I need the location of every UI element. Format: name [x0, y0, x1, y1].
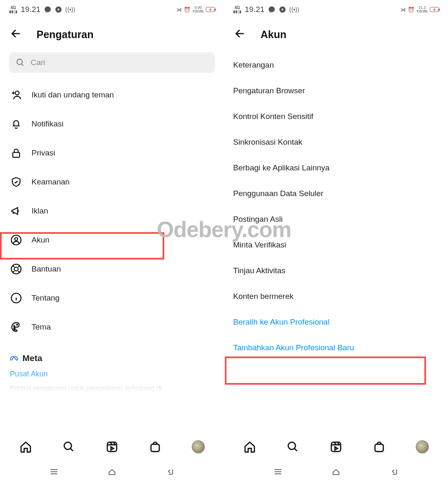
menu-item-notifications[interactable]: Notifikasi — [0, 109, 224, 138]
menu-item-review-activity[interactable]: Tinjau Aktivitas — [224, 258, 448, 284]
nav-shop[interactable] — [148, 440, 162, 454]
megaphone-icon — [10, 205, 22, 217]
menu-label: Akun — [32, 235, 49, 245]
nav-reels[interactable] — [105, 440, 119, 454]
menu-item-switch-professional[interactable]: Beralih ke Akun Profesional — [224, 309, 448, 335]
menu-label: Pengaturan Browser — [233, 86, 305, 95]
menu-item-original-posts[interactable]: Postingan Asli — [224, 206, 448, 232]
menu-item-request-verification[interactable]: Minta Verifikasi — [224, 232, 448, 258]
svg-point-16 — [288, 442, 296, 450]
messenger-icon — [44, 6, 51, 13]
menu-label: Tema — [32, 323, 51, 332]
network-indicator: 4G — [234, 6, 240, 10]
sys-home[interactable] — [106, 467, 118, 478]
back-button[interactable] — [234, 27, 246, 41]
menu-item-invite-friends[interactable]: Ikuti dan undang teman — [0, 80, 224, 109]
meta-logo: Meta — [10, 353, 214, 363]
search-icon — [63, 441, 75, 453]
menu-item-add-professional[interactable]: Tambahkan Akun Profesional Baru — [224, 335, 448, 361]
menu-label: Berbagi ke Aplikasi Lainnya — [233, 163, 329, 172]
svg-point-12 — [64, 442, 72, 450]
menu-label: Keamanan — [32, 177, 70, 187]
nav-search[interactable] — [62, 440, 76, 454]
search-input[interactable]: Cari — [9, 52, 215, 73]
menu-item-branded-content[interactable]: Konten bermerek — [224, 284, 448, 309]
menu-item-ads[interactable]: Iklan — [0, 196, 224, 226]
menu-item-account[interactable]: Akun — [0, 226, 224, 255]
alarm-icon: ⏰ — [184, 7, 190, 13]
menu-lines-icon — [48, 467, 60, 477]
bell-icon — [10, 118, 22, 130]
sys-recent[interactable] — [272, 467, 284, 478]
data-unit: KB/dtk — [416, 10, 428, 13]
menu-label: Tinjau Aktivitas — [233, 266, 285, 275]
nav-profile[interactable] — [191, 440, 205, 454]
clock: 19.21 — [245, 5, 265, 14]
svg-point-2 — [15, 91, 19, 95]
svg-point-6 — [11, 264, 21, 274]
status-bar: 4G ▮▮▯▮ 19.21 ((•)) ⋊ ⏰ 21.2 KB/dtk 9 — [224, 0, 448, 19]
messenger-icon — [268, 6, 275, 13]
header: Pengaturan — [0, 19, 224, 52]
menu-label: Postingan Asli — [233, 215, 282, 224]
menu-item-keterangan[interactable]: Keterangan — [224, 52, 448, 78]
menu-label: Konten bermerek — [233, 292, 294, 301]
svg-rect-18 — [375, 444, 383, 452]
page-title: Pengaturan — [37, 29, 94, 41]
menu-item-share-apps[interactable]: Berbagi ke Aplikasi Lainnya — [224, 155, 448, 181]
nav-profile[interactable] — [415, 440, 429, 454]
menu-item-help[interactable]: Bantuan — [0, 255, 224, 284]
alarm-icon: ⏰ — [408, 7, 414, 13]
menu-label: Notifikasi — [32, 119, 63, 129]
settings-menu: Ikuti dan undang teman Notifikasi Privas… — [0, 80, 224, 434]
sys-home[interactable] — [330, 467, 342, 478]
menu-label: Kontrol Konten Sensitif — [233, 112, 313, 121]
shop-icon — [373, 441, 385, 453]
shop-icon — [149, 441, 161, 453]
palette-icon — [10, 321, 22, 333]
bottom-nav — [0, 434, 224, 460]
menu-item-about[interactable]: Tentang — [0, 284, 224, 313]
menu-item-cellular-data[interactable]: Penggunaan Data Seluler — [224, 181, 448, 206]
play-icon — [279, 6, 286, 13]
sys-back[interactable] — [388, 467, 400, 478]
signal-icon: ▮▮▯▮ — [233, 10, 241, 14]
menu-label: Beralih ke Akun Profesional — [233, 318, 329, 327]
menu-item-security[interactable]: Keamanan — [0, 167, 224, 196]
menu-label: Tentang — [32, 293, 60, 303]
menu-item-sensitive-content[interactable]: Kontrol Konten Sensitif — [224, 104, 448, 129]
nav-home[interactable] — [243, 440, 257, 454]
menu-item-browser-settings[interactable]: Pengaturan Browser — [224, 78, 448, 104]
menu-item-contact-sync[interactable]: Sinkronisasi Kontak — [224, 129, 448, 155]
add-user-icon — [10, 89, 22, 101]
sys-recent[interactable] — [48, 467, 60, 478]
search-placeholder: Cari — [31, 58, 45, 67]
back-arrow-icon — [10, 27, 22, 40]
meta-section: Meta Pusat Akun Kontrol pengaturan untuk… — [0, 349, 224, 393]
menu-item-privacy[interactable]: Privasi — [0, 138, 224, 167]
sys-back[interactable] — [164, 467, 176, 478]
menu-label: Sinkronisasi Kontak — [233, 138, 302, 147]
data-unit: KB/dtk — [192, 10, 204, 13]
info-icon — [10, 292, 22, 304]
menu-item-theme[interactable]: Tema — [0, 313, 224, 342]
meta-text: Meta — [22, 353, 42, 363]
nav-reels[interactable] — [329, 440, 343, 454]
user-circle-icon — [10, 234, 22, 246]
menu-label: Tambahkan Akun Profesional Baru — [233, 343, 354, 352]
bottom-nav — [224, 434, 448, 460]
nav-shop[interactable] — [372, 440, 386, 454]
system-nav — [224, 460, 448, 485]
system-nav — [0, 460, 224, 485]
nav-search[interactable] — [286, 440, 300, 454]
nav-home[interactable] — [19, 440, 33, 454]
svg-point-1 — [17, 59, 22, 65]
menu-label: Keterangan — [233, 61, 274, 70]
back-outline-icon — [388, 467, 400, 477]
battery-icon: 9 — [430, 7, 439, 12]
phone-left-settings: 4G ▮▮▯▮ 19.21 ((•)) ⋊ ⏰ 0.00 KB/dtk 9 Pe… — [0, 0, 224, 485]
search-icon — [287, 441, 299, 453]
back-button[interactable] — [10, 27, 22, 41]
search-icon — [16, 58, 25, 67]
menu-label: Privasi — [32, 148, 55, 158]
